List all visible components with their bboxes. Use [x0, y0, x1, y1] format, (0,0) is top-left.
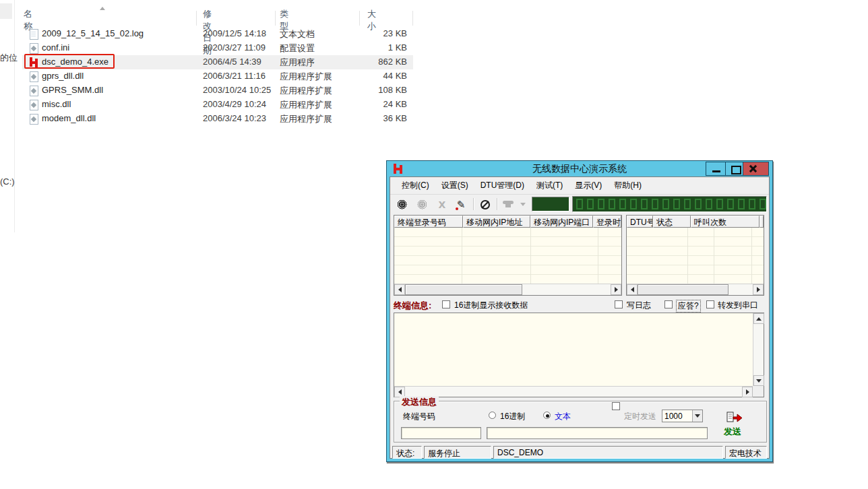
led-digit-cell — [598, 199, 604, 209]
text-radio[interactable] — [543, 412, 551, 419]
file-row[interactable]: misc.dll 2003/4/29 10:24 应用程序扩展 24 KB — [22, 98, 413, 112]
horizontal-scrollbar[interactable] — [394, 284, 621, 295]
menu-item[interactable]: 控制(C) — [396, 178, 435, 193]
interval-combobox[interactable]: 1000 — [662, 410, 703, 422]
minimize-button[interactable] — [706, 162, 726, 176]
hex-radio[interactable] — [489, 412, 496, 419]
column-separator[interactable] — [275, 11, 276, 26]
file-row[interactable]: modem_dll.dll 2006/3/24 10:23 应用程序扩展 36 … — [22, 112, 413, 126]
answer-label: 应答? — [676, 300, 701, 313]
file-date: 2006/3/24 10:23 — [203, 113, 266, 123]
write-log-checkbox[interactable] — [615, 300, 623, 308]
maximize-button[interactable] — [725, 162, 743, 176]
file-row[interactable]: 2009_12_5_14_15_02.log 2009/12/5 14:18 文… — [22, 27, 413, 41]
text-radio-label: 文本 — [555, 411, 571, 422]
write-log-label: 写日志 — [627, 300, 651, 311]
file-size: 24 KB — [353, 99, 407, 109]
file-type: 应用程序扩展 — [280, 85, 332, 97]
menu-item[interactable]: 显示(V) — [569, 178, 608, 193]
scroll-left-button[interactable] — [627, 284, 638, 295]
led-digit-cell — [760, 199, 766, 209]
forward-serial-checkbox[interactable] — [706, 300, 714, 308]
scroll-down-button[interactable] — [753, 375, 764, 386]
vertical-scrollbar[interactable] — [753, 313, 764, 386]
file-row[interactable]: gprs_dll.dll 2006/3/21 11:16 应用程序扩展 44 K… — [22, 69, 413, 84]
close-button[interactable] — [743, 162, 769, 176]
horizontal-scrollbar[interactable] — [394, 386, 753, 397]
scroll-right-button[interactable] — [753, 284, 764, 295]
clear-button[interactable]: ✎ — [452, 197, 470, 212]
file-size: 23 KB — [353, 28, 407, 38]
table-column-header[interactable]: 移动网内IP端口 — [530, 216, 593, 228]
terminal-table-body[interactable] — [394, 228, 621, 284]
table-column-header[interactable]: DTU号码 — [627, 216, 653, 228]
file-name[interactable]: modem_dll.dll — [42, 113, 96, 123]
file-date: 2006/4/5 14:39 — [203, 57, 261, 67]
terminal-no-label: 终端号码 — [403, 411, 435, 422]
send-button-label[interactable]: 发送 — [724, 426, 741, 438]
table-column-header[interactable]: 终端登录号码 — [394, 216, 463, 228]
column-separator[interactable] — [359, 11, 360, 26]
combo-dropdown-button[interactable] — [692, 410, 702, 422]
table-column-header[interactable] — [760, 216, 764, 228]
chevron-down-icon — [520, 203, 526, 206]
terminal-info-label: 终端信息: — [394, 300, 431, 312]
terminal-no-input[interactable] — [401, 427, 481, 439]
file-type: 配置设置 — [280, 42, 315, 55]
file-row[interactable]: conf.ini 2020/3/27 11:09 配置设置 1 KB — [22, 41, 413, 55]
send-info-group: 发送信息 终端号码 16进制 文本 定时发送 1000 发送 — [394, 401, 767, 443]
answer-checkbox[interactable] — [664, 300, 673, 308]
menu-item[interactable]: 测试(T) — [530, 178, 569, 193]
led-digit-panel — [572, 196, 767, 212]
scrollbar-thumb[interactable] — [405, 284, 522, 295]
table-column-header[interactable]: 移动网内IP地址 — [463, 216, 530, 228]
column-separator[interactable] — [196, 11, 197, 26]
led-digit-cell — [609, 199, 615, 209]
dtu-table: DTU号码状态呼叫次数 — [626, 215, 764, 296]
service-state: 服务停止 — [424, 446, 491, 459]
file-name[interactable]: misc.dll — [42, 99, 71, 109]
file-name[interactable]: gprs_dll.dll — [42, 71, 84, 81]
message-input[interactable] — [487, 427, 708, 439]
menu-item[interactable]: 设置(S) — [435, 178, 474, 193]
disconnect-button[interactable] — [413, 197, 431, 212]
file-name[interactable]: conf.ini — [42, 42, 69, 53]
table-column-header[interactable]: 登录时 — [593, 216, 621, 228]
menu-item[interactable]: 帮助(H) — [608, 178, 648, 193]
connect-button[interactable] — [393, 197, 410, 212]
scroll-right-button[interactable] — [611, 284, 621, 295]
ini-file-icon — [30, 43, 38, 53]
scrollbar-thumb[interactable] — [638, 284, 728, 295]
file-date: 2003/4/29 10:24 — [203, 99, 266, 109]
file-row[interactable]: GPRS_SMM.dll 2003/10/24 10:25 应用程序扩展 108… — [22, 84, 413, 98]
horizontal-scrollbar[interactable] — [627, 284, 764, 295]
dial-dropdown-button[interactable] — [518, 197, 528, 212]
terminal-output-text[interactable] — [394, 313, 753, 386]
table-column-header[interactable]: 呼叫次数 — [691, 216, 760, 228]
file-name[interactable]: 2009_12_5_14_15_02.log — [42, 28, 144, 38]
led-digit-cell — [695, 199, 702, 209]
titlebar[interactable]: 无线数据中心演示系统 — [387, 161, 772, 176]
file-size: 44 KB — [353, 71, 407, 81]
delete-button[interactable]: X — [433, 197, 451, 212]
scroll-up-button[interactable] — [753, 313, 764, 324]
pane-divider — [14, 0, 15, 232]
led-digit-cell — [652, 199, 658, 209]
led-digit-cell — [706, 199, 712, 209]
send-info-title: 发送信息 — [400, 396, 439, 408]
dial-button[interactable] — [499, 197, 517, 212]
led-digit-cell — [716, 199, 723, 209]
hex-display-checkbox[interactable] — [442, 300, 450, 308]
file-list: 2009_12_5_14_15_02.log 2009/12/5 14:18 文… — [22, 27, 413, 126]
column-separator[interactable] — [412, 11, 413, 26]
file-date: 2003/10/24 10:25 — [203, 85, 271, 95]
dtu-table-body[interactable] — [627, 228, 764, 284]
file-name[interactable]: GPRS_SMM.dll — [42, 85, 103, 95]
menu-item[interactable]: DTU管理(D) — [474, 178, 530, 193]
scroll-left-button[interactable] — [394, 284, 405, 295]
timer-button[interactable] — [476, 197, 494, 212]
table-column-header[interactable]: 状态 — [653, 216, 691, 228]
scroll-right-button[interactable] — [742, 387, 753, 397]
app-name: DSC_DEMO — [493, 446, 723, 459]
timed-send-checkbox[interactable] — [612, 402, 620, 410]
